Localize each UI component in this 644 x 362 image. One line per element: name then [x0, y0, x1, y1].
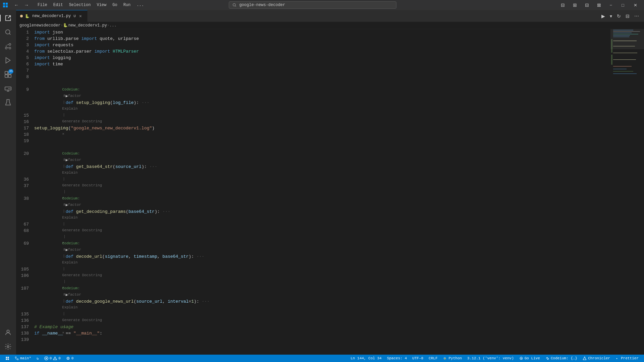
customize-button[interactable]: ⋯	[633, 12, 641, 20]
fold-arrow[interactable]: ▶	[66, 203, 68, 207]
menu-edit[interactable]: Edit	[51, 2, 66, 8]
menu-bar: File Edit Selection View Go Run ...	[35, 2, 147, 8]
table-row: 105	[16, 266, 610, 273]
code-content: from selectolax.parser import HTMLParser	[34, 48, 610, 55]
tab-new-decoderv1[interactable]: 🐍 new_decoderv1.py U ✕	[16, 10, 88, 22]
table-row: 6 import time	[16, 61, 610, 67]
status-go-live[interactable]: Go Live	[517, 355, 543, 362]
menu-more[interactable]: ...	[134, 2, 147, 8]
status-line-ending[interactable]: CRLF	[426, 355, 440, 362]
line-number: 69	[16, 240, 34, 247]
status-language[interactable]: 🔒 Python	[440, 355, 465, 362]
layout-button[interactable]: ⊟	[557, 1, 568, 9]
table-row: 1 import json	[16, 29, 610, 36]
chronicler-label: Chronicler	[588, 356, 610, 360]
status-remote[interactable]	[3, 355, 12, 362]
breadcrumb-root[interactable]: googlenewsdecoder	[19, 23, 60, 28]
sidebar-item-account[interactable]	[1, 326, 15, 339]
codeium-lens-1: Codeium: Refactor | Explain | Generate D…	[16, 80, 610, 86]
editor-wrapper: 🐍 new_decoderv1.py U ✕ ▶ ▾ ↻ ⊟ ⋯ googlen…	[16, 10, 644, 355]
fold-arrow[interactable]: ▶	[66, 94, 68, 98]
menu-run[interactable]: Run	[121, 2, 133, 8]
code-content	[34, 273, 610, 279]
nav-forward-button[interactable]: →	[22, 1, 31, 9]
status-prettier[interactable]: ✦ Prettier	[613, 355, 641, 362]
status-python-version[interactable]: 3.12.1 ('venv': venv)	[465, 355, 517, 362]
line-number: 38	[16, 195, 34, 202]
sidebar-item-explorer[interactable]	[1, 11, 15, 25]
status-chronicler[interactable]: Chronicler	[580, 355, 613, 362]
tab-dirty-indicator: U	[73, 14, 76, 18]
line-number: 138	[16, 330, 34, 337]
run-button[interactable]: ▶	[600, 12, 607, 20]
svg-rect-40	[613, 71, 633, 72]
menu-selection[interactable]: Selection	[66, 2, 94, 8]
restart-button[interactable]: ↻	[615, 12, 623, 20]
sync-icon: ↻	[37, 356, 39, 361]
search-bar[interactable]: google-news-decoder	[229, 1, 396, 9]
code-content	[34, 266, 610, 273]
menu-go[interactable]: Go	[110, 2, 120, 8]
code-content	[34, 183, 610, 189]
codeium-status-label: Codeium: {…}	[551, 356, 577, 360]
sidebar-item-extensions[interactable]: 35	[1, 68, 15, 81]
codeium-lens-5: Codeium: Refactor | Explain | Generate D…	[16, 279, 610, 285]
status-position[interactable]: Ln 144, Col 34	[348, 355, 384, 362]
table-row: 7	[16, 67, 610, 74]
sidebar-item-run-debug[interactable]	[1, 54, 15, 67]
sidebar-item-search[interactable]	[1, 25, 15, 39]
extensions-badge: 35	[8, 69, 13, 74]
sidebar-item-remote[interactable]	[1, 82, 15, 95]
code-content	[34, 317, 610, 324]
svg-rect-2	[3, 5, 5, 7]
code-content: ▶ def decode_google_news_url(source_url,…	[34, 285, 610, 311]
close-button[interactable]: ✕	[630, 1, 641, 9]
table-row: 2 from urllib.parse import quote, urlpar…	[16, 36, 610, 42]
table-row: 3 import requests	[16, 42, 610, 48]
run-dropdown-button[interactable]: ▾	[608, 12, 614, 20]
nav-buttons: ← →	[12, 1, 31, 9]
status-codeium[interactable]: Codeium: {…}	[543, 355, 580, 362]
status-git-branch[interactable]: main*	[12, 355, 34, 362]
maximize-button[interactable]: □	[618, 1, 628, 9]
tab-close-button[interactable]: ✕	[78, 13, 83, 19]
table-row: 68	[16, 228, 610, 234]
status-spaces[interactable]: Spaces: 4	[384, 355, 410, 362]
table-row: 69 ▶ def decode_url(signature, timestamp…	[16, 240, 610, 266]
breadcrumb-more[interactable]: ...	[109, 23, 117, 28]
sidebar-item-testing[interactable]	[1, 96, 15, 109]
layout3-button[interactable]: ⊟	[582, 1, 592, 9]
table-row: 38 ▶ def get_decoding_params(base64_str)…	[16, 195, 610, 221]
nav-back-button[interactable]: ←	[12, 1, 21, 9]
status-errors[interactable]: 0 0	[42, 355, 63, 362]
position-label: Ln 144, Col 34	[351, 356, 381, 360]
table-row: 15	[16, 112, 610, 119]
status-bar: main* ↻ 0 0 0 Ln 144, Col 34 Spaces: 4 U…	[0, 355, 644, 362]
line-number: 68	[16, 228, 34, 234]
minimize-button[interactable]: −	[606, 1, 616, 9]
svg-marker-14	[6, 58, 10, 63]
layout2-button[interactable]: ⊞	[570, 1, 580, 9]
code-content	[34, 311, 610, 317]
minimap-slider[interactable]	[610, 29, 644, 49]
status-remote-icon[interactable]: 0	[63, 355, 76, 362]
fold-arrow[interactable]: ▶	[66, 158, 68, 162]
table-row: 20 ▶ def get_base64_str(source_url): ···	[16, 150, 610, 176]
menu-view[interactable]: View	[94, 2, 109, 8]
encoding-label: UTF-8	[412, 356, 423, 360]
line-number: 135	[16, 311, 34, 317]
breadcrumb-file[interactable]: new_decoderv1.py	[68, 23, 107, 28]
codeium-lens-4: Codeium: Refactor | Explain | Generate D…	[16, 234, 610, 240]
code-editor[interactable]: 1 import json 2 from urllib.parse import…	[16, 29, 610, 355]
menu-file[interactable]: File	[35, 2, 50, 8]
fold-arrow[interactable]: ▶	[66, 293, 68, 297]
sidebar-item-settings[interactable]	[1, 340, 15, 353]
fold-arrow[interactable]: ▶	[66, 248, 68, 252]
layout-toggle-button[interactable]: ⊟	[624, 12, 631, 20]
line-number: 37	[16, 183, 34, 189]
status-encoding[interactable]: UTF-8	[410, 355, 426, 362]
customize-layout-button[interactable]: ⊠	[594, 1, 604, 9]
status-sync[interactable]: ↻	[34, 355, 42, 362]
table-row: 137 # Example usage	[16, 324, 610, 330]
sidebar-item-source-control[interactable]	[1, 40, 15, 53]
